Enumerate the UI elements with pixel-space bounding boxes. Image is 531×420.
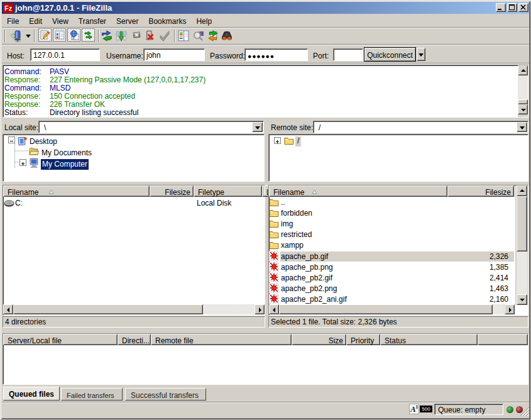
svg-text:Fz: Fz — [4, 4, 13, 12]
svg-text:A: A — [410, 404, 416, 414]
